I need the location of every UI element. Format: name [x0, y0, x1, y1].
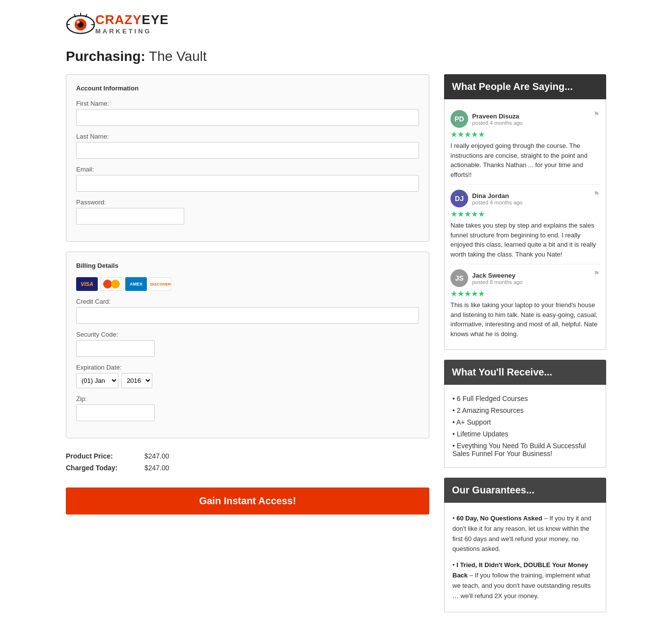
flag-icon: ⚑ — [593, 110, 600, 118]
billing-section: Billing Details VISA AMEX DISCOVER Credi… — [66, 252, 429, 438]
password-input[interactable] — [76, 208, 184, 225]
receive-list-item: A+ Support — [452, 416, 598, 428]
password-group: Password: — [76, 199, 419, 225]
password-label: Password: — [76, 199, 419, 206]
reviewer-name: Jack Sweeney — [472, 272, 523, 279]
pricing-section: Product Price: $247.00 Charged Today: $2… — [66, 448, 429, 480]
guarantee-list-item: I Tried, It Didn't Work, DOUBLE Your Mon… — [452, 557, 598, 604]
zip-input[interactable] — [76, 404, 155, 421]
review-stars: ★★★★★ — [450, 209, 600, 219]
reviewer-avatar: JS — [450, 269, 468, 287]
reviewer-details: Dina Jordan posted 4 months ago — [472, 192, 523, 205]
flag-icon: ⚑ — [593, 269, 600, 277]
reviewer-info: DJ Dina Jordan posted 4 months ago — [450, 190, 523, 207]
last-name-label: Last Name: — [76, 133, 419, 140]
review-item: PD Praveen Disuza posted 4 months ago ⚑ … — [450, 105, 600, 185]
first-name-label: First Name: — [76, 100, 419, 107]
guarantee-strong: 60 Day, No Questions Asked — [456, 515, 542, 522]
right-column: What People Are Saying... PD Praveen Dis… — [444, 74, 606, 612]
reviews-body: PD Praveen Disuza posted 4 months ago ⚑ … — [444, 99, 606, 350]
receive-list-item: Eveything You Need To Build A Successful… — [452, 440, 598, 459]
svg-point-3 — [77, 21, 80, 24]
page-title-rest: The Vault — [145, 49, 207, 64]
review-header-row: JS Jack Sweeney posted 8 months ago ⚑ — [450, 269, 600, 287]
receive-list: 6 Full Fledged Courses2 Amazing Resource… — [452, 393, 598, 459]
review-text: I really enjoyed going through the cours… — [450, 141, 600, 179]
last-name-group: Last Name: — [76, 133, 419, 159]
cta-button[interactable]: Gain Instant Access! — [66, 488, 429, 515]
amex-icon: AMEX — [125, 277, 147, 291]
review-item: JS Jack Sweeney posted 8 months ago ⚑ ★★… — [450, 264, 600, 344]
main-layout: Account Information First Name: Last Nam… — [66, 74, 606, 612]
product-price-label: Product Price: — [66, 452, 144, 460]
receive-section: What You'll Receive... 6 Full Fledged Co… — [444, 360, 606, 468]
discover-icon: DISCOVER — [150, 277, 171, 291]
left-column: Account Information First Name: Last Nam… — [66, 74, 429, 612]
credit-card-input[interactable] — [76, 307, 419, 324]
expiry-month-select[interactable]: (01) Jan (02) Feb (03) Mar (04) Apr (05)… — [76, 373, 118, 388]
header: CRAZYEYE MARKETING — [66, 10, 606, 37]
card-icons: VISA AMEX DISCOVER — [76, 277, 419, 291]
last-name-input[interactable] — [76, 142, 419, 159]
reviewer-date: posted 4 months ago — [472, 200, 523, 205]
receive-list-item: 2 Amazing Resources — [452, 404, 598, 416]
expiry-row: (01) Jan (02) Feb (03) Mar (04) Apr (05)… — [76, 373, 419, 388]
page-title-strong: Purchasing: — [66, 49, 145, 64]
credit-card-group: Credit Card: — [76, 298, 419, 324]
logo-eye: EYE — [142, 12, 169, 27]
review-header-row: PD Praveen Disuza posted 4 months ago ⚑ — [450, 110, 600, 128]
account-section: Account Information First Name: Last Nam… — [66, 74, 429, 242]
reviewer-details: Praveen Disuza posted 4 months ago — [472, 113, 523, 126]
expiry-group: Expiration Date: (01) Jan (02) Feb (03) … — [76, 364, 419, 388]
guarantee-strong: I Tried, It Didn't Work, DOUBLE Your Mon… — [452, 561, 588, 579]
logo-container: CRAZYEYE MARKETING — [66, 10, 169, 37]
zip-group: Zip: — [76, 395, 419, 421]
reviewer-info: PD Praveen Disuza posted 4 months ago — [450, 110, 523, 128]
email-input[interactable] — [76, 175, 419, 192]
first-name-group: First Name: — [76, 100, 419, 126]
guarantee-body: 60 Day, No Questions Asked – If you try … — [444, 503, 606, 612]
logo-text-block: CRAZYEYE MARKETING — [95, 12, 169, 35]
charged-today-label: Charged Today: — [66, 464, 144, 472]
reviews-section: What People Are Saying... PD Praveen Dis… — [444, 74, 606, 350]
reviewer-name: Praveen Disuza — [472, 113, 523, 120]
guarantee-section: Our Guarantees... 60 Day, No Questions A… — [444, 478, 606, 612]
product-price-value: $247.00 — [144, 452, 169, 460]
security-code-label: Security Code: — [76, 331, 419, 338]
flag-icon: ⚑ — [593, 190, 600, 198]
reviews-header: What People Are Saying... — [444, 74, 606, 99]
email-group: Email: — [76, 166, 419, 192]
reviewer-info: JS Jack Sweeney posted 8 months ago — [450, 269, 523, 287]
review-text: This is like taking your laptop to your … — [450, 300, 600, 339]
mastercard-icon — [101, 277, 122, 291]
first-name-input[interactable] — [76, 109, 419, 126]
guarantee-list-item: 60 Day, No Questions Asked – If you try … — [452, 511, 598, 557]
receive-header: What You'll Receive... — [444, 360, 606, 385]
charged-today-row: Charged Today: $247.00 — [66, 464, 429, 472]
expiry-year-select[interactable]: 2016 2017 2018 2019 2020 — [121, 373, 152, 388]
credit-card-label: Credit Card: — [76, 298, 419, 305]
review-stars: ★★★★★ — [450, 289, 600, 298]
account-section-label: Account Information — [76, 85, 419, 92]
receive-body: 6 Full Fledged Courses2 Amazing Resource… — [444, 385, 606, 468]
review-text: Nate takes you step by step and explains… — [450, 221, 600, 259]
reviewer-avatar: DJ — [450, 190, 468, 207]
page-title: Purchasing: The Vault — [66, 49, 606, 64]
reviewer-name: Dina Jordan — [472, 192, 523, 200]
review-stars: ★★★★★ — [450, 130, 600, 139]
security-code-input[interactable] — [76, 340, 155, 357]
review-item: DJ Dina Jordan posted 4 months ago ⚑ ★★★… — [450, 185, 600, 264]
visa-icon: VISA — [76, 277, 98, 291]
receive-list-item: Lifetime Updates — [452, 428, 598, 440]
logo-marketing: MARKETING — [95, 28, 169, 35]
logo-crazy: CRAZY — [95, 12, 142, 27]
receive-list-item: 6 Full Fledged Courses — [452, 393, 598, 404]
guarantee-list: 60 Day, No Questions Asked – If you try … — [452, 511, 598, 604]
reviewer-date: posted 8 months ago — [472, 279, 523, 285]
billing-section-label: Billing Details — [76, 262, 419, 269]
zip-label: Zip: — [76, 395, 419, 402]
reviewer-details: Jack Sweeney posted 8 months ago — [472, 272, 523, 285]
review-header-row: DJ Dina Jordan posted 4 months ago ⚑ — [450, 190, 600, 207]
page-wrapper: CRAZYEYE MARKETING Purchasing: The Vault… — [56, 0, 616, 622]
logo-icon — [66, 10, 95, 37]
